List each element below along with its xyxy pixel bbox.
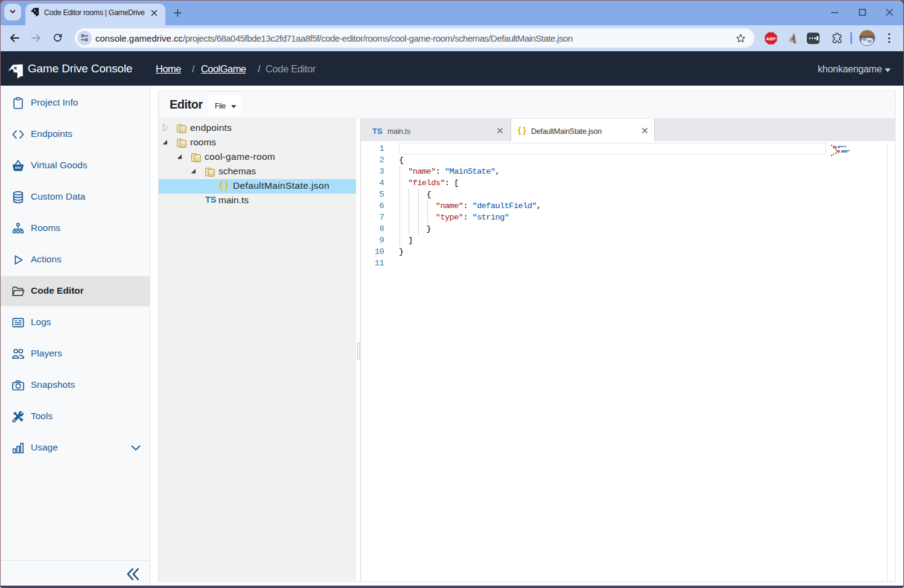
svg-text:ABP: ABP xyxy=(766,36,776,42)
